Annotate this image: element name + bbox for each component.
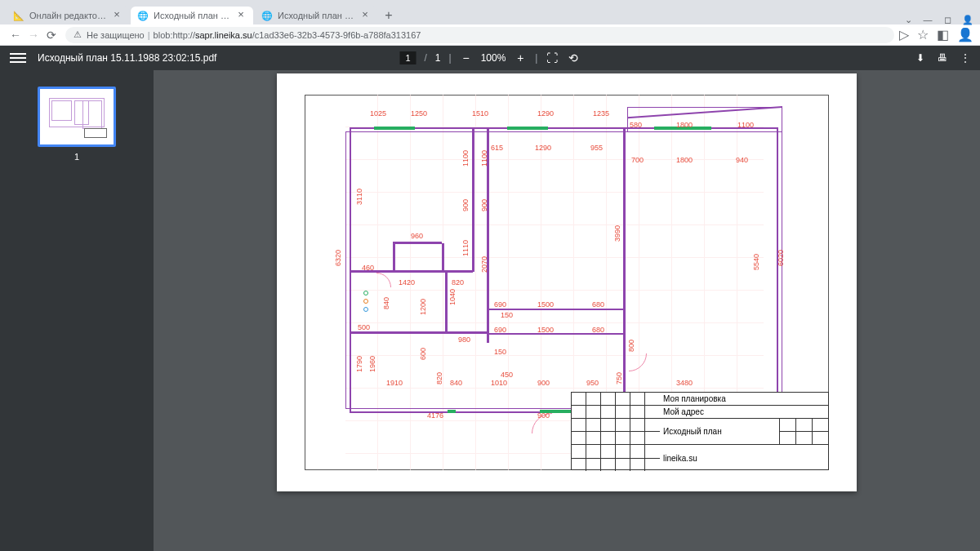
chevron-down-icon[interactable]: ⌄ bbox=[903, 15, 913, 24]
dim: 5540 bbox=[752, 254, 760, 270]
dim: 3990 bbox=[613, 225, 621, 242]
tab-strip: 📐 Онлайн редактор планиро... × 🌐 Исходны… bbox=[0, 5, 980, 24]
print-button[interactable]: 🖶 bbox=[938, 52, 947, 64]
dim: 840 bbox=[450, 379, 462, 387]
dim: 460 bbox=[362, 264, 374, 272]
page-thumbnail[interactable] bbox=[38, 87, 116, 147]
url-field[interactable]: ⚠ Не защищено | blob:http:// sapr.lineik… bbox=[65, 27, 894, 43]
dim: 680 bbox=[592, 326, 604, 334]
more-button[interactable]: ⋮ bbox=[960, 52, 970, 64]
pdf-page: 1025 1250 1510 1290 1235 580 1800 1100 6… bbox=[277, 73, 857, 491]
zoom-out-button[interactable]: − bbox=[460, 51, 473, 64]
pdf-viewer: 1 bbox=[0, 70, 980, 551]
dim: 1420 bbox=[399, 278, 415, 287]
security-label: Не защищено bbox=[87, 30, 145, 40]
floor-plan: 1025 1250 1510 1290 1235 580 1800 1100 6… bbox=[305, 95, 829, 470]
dim: 600 bbox=[419, 348, 427, 360]
dim: 690 bbox=[494, 326, 506, 334]
dim: 1510 bbox=[472, 109, 488, 118]
back-button[interactable]: ← bbox=[7, 26, 24, 44]
fit-page-button[interactable]: ⛶ bbox=[546, 51, 559, 64]
dim: 1910 bbox=[386, 379, 403, 387]
dim: 3480 bbox=[676, 379, 693, 387]
page-separator: / bbox=[425, 52, 427, 64]
dim: 900 bbox=[537, 379, 550, 387]
dim: 6320 bbox=[334, 250, 342, 266]
dim: 450 bbox=[501, 371, 513, 379]
dim: 940 bbox=[736, 156, 748, 164]
dim: 1200 bbox=[419, 299, 427, 315]
dim: 820 bbox=[435, 372, 443, 384]
rotate-button[interactable]: ⟲ bbox=[567, 51, 580, 64]
dim: 1790 bbox=[355, 356, 363, 372]
reload-button[interactable]: ⟳ bbox=[42, 26, 60, 44]
dim: 960 bbox=[411, 232, 423, 240]
dim: 3110 bbox=[355, 189, 363, 205]
close-icon[interactable]: × bbox=[359, 10, 371, 21]
dim: 580 bbox=[630, 121, 642, 129]
tb-address: Мой адрес bbox=[660, 406, 828, 418]
dim: 820 bbox=[452, 278, 464, 287]
dim: 1500 bbox=[537, 300, 554, 309]
send-icon[interactable]: ▷ bbox=[899, 27, 909, 42]
dim: 700 bbox=[631, 156, 644, 164]
menu-button[interactable] bbox=[10, 51, 26, 65]
dim: 1800 bbox=[676, 121, 693, 129]
dim: 1010 bbox=[491, 379, 507, 387]
tab-1[interactable]: 🌐 Исходный план 15.11.1988 2... × bbox=[131, 7, 253, 24]
address-bar: ← → ⟳ ⚠ Не защищено | blob:http:// sapr.… bbox=[0, 24, 980, 46]
page-total: 1 bbox=[435, 52, 441, 64]
profile-icon[interactable]: 👤 bbox=[957, 27, 973, 42]
favicon-icon: 📐 bbox=[13, 10, 24, 21]
tab-2[interactable]: 🌐 Исходный план 15.11.1988 ... × bbox=[255, 7, 377, 24]
tb-plan: Исходный план bbox=[660, 419, 779, 444]
close-icon[interactable]: × bbox=[111, 10, 122, 21]
new-tab-button[interactable]: + bbox=[379, 7, 399, 24]
sidepanel-icon[interactable]: ◧ bbox=[937, 27, 949, 42]
dim: 1040 bbox=[448, 289, 457, 305]
dim: 680 bbox=[592, 300, 604, 309]
dim: 1290 bbox=[537, 109, 554, 118]
dim: 615 bbox=[491, 144, 503, 152]
dim: 150 bbox=[494, 348, 506, 356]
dim: 1960 bbox=[368, 356, 376, 372]
zoom-in-button[interactable]: + bbox=[514, 51, 527, 64]
tb-site: lineika.su bbox=[660, 445, 828, 471]
dim: 1500 bbox=[537, 326, 554, 334]
dim: 750 bbox=[615, 372, 623, 384]
dim: 840 bbox=[382, 297, 390, 309]
dim: 2070 bbox=[480, 256, 488, 273]
dim: 1235 bbox=[593, 109, 609, 118]
dim: 900 bbox=[537, 411, 550, 420]
thumbnail-sidebar: 1 bbox=[0, 70, 154, 551]
globe-icon: 🌐 bbox=[261, 10, 273, 21]
document-name: Исходный план 15.11.1988 23:02:15.pdf bbox=[38, 52, 216, 64]
page-area[interactable]: 1025 1250 1510 1290 1235 580 1800 1100 6… bbox=[154, 70, 980, 551]
dim: 980 bbox=[458, 335, 470, 344]
dim: 1025 bbox=[370, 109, 386, 118]
download-button[interactable]: ⬇ bbox=[916, 52, 924, 64]
dim: 955 bbox=[590, 144, 603, 152]
dim: 1290 bbox=[535, 144, 551, 152]
forward-button[interactable]: → bbox=[24, 26, 42, 44]
close-icon[interactable]: × bbox=[235, 10, 247, 21]
maximize-icon[interactable]: ◻ bbox=[942, 15, 952, 24]
pdf-toolbar: Исходный план 15.11.1988 23:02:15.pdf / … bbox=[0, 46, 980, 70]
star-icon[interactable]: ☆ bbox=[917, 27, 929, 42]
dim: 900 bbox=[461, 199, 470, 211]
profile-icon[interactable]: 👤 bbox=[962, 15, 972, 24]
tab-title: Исходный план 15.11.1988 ... bbox=[278, 11, 356, 20]
tb-title: Моя планировка bbox=[660, 393, 828, 405]
tab-0[interactable]: 📐 Онлайн редактор планиро... × bbox=[7, 7, 129, 24]
page-input[interactable] bbox=[400, 51, 416, 64]
dim: 950 bbox=[586, 379, 599, 387]
dim: 900 bbox=[480, 199, 488, 211]
minimize-icon[interactable]: — bbox=[923, 15, 933, 24]
zoom-level: 100% bbox=[481, 52, 506, 64]
url-prefix: blob:http:// bbox=[154, 30, 195, 40]
dim: 500 bbox=[358, 323, 370, 331]
dim: 800 bbox=[627, 340, 635, 352]
dim: 4176 bbox=[427, 411, 443, 420]
dim: 1100 bbox=[461, 150, 470, 167]
dim: 150 bbox=[501, 311, 513, 319]
